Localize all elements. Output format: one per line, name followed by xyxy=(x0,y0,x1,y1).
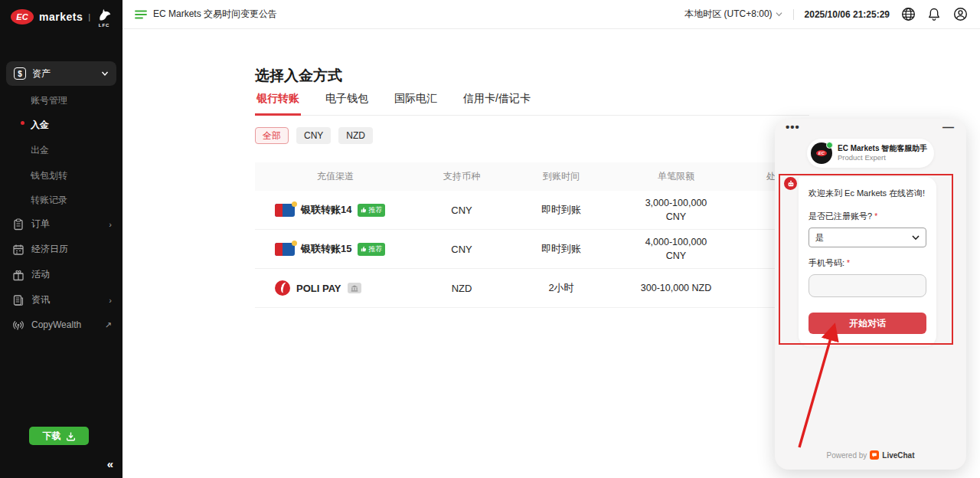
unionpay-card-icon xyxy=(275,243,295,256)
signal-icon xyxy=(12,319,24,331)
currency-filters: 全部 CNY NZD xyxy=(255,127,373,144)
row-arrival: 即时到账 xyxy=(508,203,615,217)
sidebar-item-transfer-records[interactable]: 转账记录 xyxy=(31,194,67,207)
sidebar-item-deposit[interactable]: 入金 xyxy=(31,119,49,132)
row-limit: 3,000-100,000CNY xyxy=(615,196,737,224)
agent-avatar: EC xyxy=(811,142,832,164)
row-arrival: 即时到账 xyxy=(508,242,615,256)
ec-logo-icon: EC xyxy=(11,9,34,25)
sidebar: EC markets | LFC $ 资产 账号管理 入金 出金 钱包划转 转账… xyxy=(0,0,122,478)
sidebar-item-economic-calendar[interactable]: 经济日历 xyxy=(12,243,112,256)
lfc-label: LFC xyxy=(99,23,110,28)
activities-label: 活动 xyxy=(31,268,112,281)
news-label: 资讯 xyxy=(31,293,102,306)
chat-menu-button[interactable]: ••• xyxy=(786,120,800,133)
channel-name: 银联转账14 xyxy=(301,203,351,217)
bot-avatar xyxy=(784,177,797,190)
language-globe-icon[interactable] xyxy=(900,7,916,22)
powered-by[interactable]: Powered by LiveChat xyxy=(775,450,966,460)
sidebar-item-orders[interactable]: 订单 › xyxy=(12,218,112,231)
agent-name: EC Markets 智能客服助手 xyxy=(838,143,927,153)
registered-question-label: 是否已注册账号?* xyxy=(808,211,926,222)
row-currency: CNY xyxy=(416,244,508,255)
registered-select[interactable]: 是 xyxy=(808,228,926,247)
sidebar-item-news[interactable]: 资讯 › xyxy=(12,293,112,306)
livechat-widget: ••• — EC EC Markets 智能客服助手 Product Exper… xyxy=(775,119,966,470)
external-link-icon: ↗ xyxy=(105,320,112,330)
col-header-channel: 充值渠道 xyxy=(255,170,416,183)
chat-minimize-button[interactable]: — xyxy=(942,120,954,133)
download-label: 下载 xyxy=(43,430,61,443)
sidebar-item-activities[interactable]: 活动 xyxy=(12,268,112,281)
tab-bank-transfer[interactable]: 银行转账 xyxy=(255,92,301,115)
topbar: EC Markets 交易时间变更公告 本地时区 (UTC+8:00) 2025… xyxy=(122,0,980,29)
robot-icon xyxy=(787,180,795,188)
page-title: 选择入金方式 xyxy=(255,66,342,86)
assets-label: 资产 xyxy=(32,67,95,80)
gift-icon xyxy=(12,269,24,281)
prechat-form: 欢迎来到 Ec Markets 在线咨询! 是否已注册账号?* 是 手机号码:*… xyxy=(799,177,936,346)
sidebar-item-account-management[interactable]: 账号管理 xyxy=(31,94,67,107)
bank-badge xyxy=(348,283,361,293)
topbar-divider xyxy=(793,9,794,20)
account-icon[interactable] xyxy=(952,7,968,22)
notifications-bell-icon[interactable] xyxy=(926,7,942,22)
download-button[interactable]: 下载 xyxy=(29,427,89,445)
start-chat-button[interactable]: 开始对话 xyxy=(808,313,926,334)
copywealth-label: CopyWealth xyxy=(31,319,98,330)
lfc-bird-icon: LFC xyxy=(96,6,113,28)
chevron-down-icon xyxy=(101,70,109,77)
row-limit: 4,000-100,000CNY xyxy=(615,235,737,263)
economic-calendar-label: 经济日历 xyxy=(31,243,112,256)
filter-nzd[interactable]: NZD xyxy=(338,127,373,144)
brand-logo: EC markets | LFC xyxy=(11,6,113,28)
livechat-label: LiveChat xyxy=(882,451,914,460)
filter-all[interactable]: 全部 xyxy=(255,127,289,144)
sidebar-item-wallet-transfer[interactable]: 钱包划转 xyxy=(31,169,67,182)
chevron-down-icon xyxy=(776,11,782,17)
clipboard-icon xyxy=(12,218,24,231)
thumbs-up-icon xyxy=(361,207,367,213)
agent-role: Product Expert xyxy=(838,153,927,162)
tab-e-wallet[interactable]: 电子钱包 xyxy=(324,92,370,115)
datetime-display: 2025/10/06 21:25:29 xyxy=(805,9,890,20)
chevron-right-icon: › xyxy=(109,296,112,305)
col-header-currency: 支持币种 xyxy=(416,170,508,183)
bank-icon xyxy=(351,285,358,292)
row-currency: NZD xyxy=(416,283,508,294)
online-status-dot xyxy=(826,142,833,149)
row-currency: CNY xyxy=(416,205,508,216)
col-header-limit: 单笔限额 xyxy=(615,170,737,183)
registered-selected-value: 是 xyxy=(815,232,912,244)
sidebar-item-copywealth[interactable]: CopyWealth ↗ xyxy=(12,319,112,331)
calendar-icon xyxy=(12,244,24,256)
announcement-link[interactable]: EC Markets 交易时间变更公告 xyxy=(135,8,277,21)
required-asterisk: * xyxy=(847,259,850,267)
row-arrival: 2小时 xyxy=(508,281,615,295)
phone-label: 手机号码:* xyxy=(808,257,926,269)
announcement-text: EC Markets 交易时间变更公告 xyxy=(153,8,277,21)
sidebar-section-assets[interactable]: $ 资产 xyxy=(6,61,116,86)
news-icon xyxy=(12,294,24,306)
agent-header: EC EC Markets 智能客服助手 Product Expert xyxy=(807,139,934,168)
timezone-selector[interactable]: 本地时区 (UTC+8:00) xyxy=(684,8,782,21)
chevron-right-icon: › xyxy=(109,220,112,229)
logo-divider: | xyxy=(88,12,90,21)
livechat-icon xyxy=(870,450,879,460)
sidebar-item-withdraw[interactable]: 出金 xyxy=(31,144,49,157)
col-header-arrival: 到账时间 xyxy=(508,170,615,183)
welcome-message: 欢迎来到 Ec Markets 在线咨询! xyxy=(808,188,926,199)
assets-icon: $ xyxy=(14,67,26,80)
tab-credit-debit-card[interactable]: 信用卡/借记卡 xyxy=(462,92,532,115)
row-limit: 300-10,000 NZD xyxy=(615,281,737,295)
sidebar-collapse-button[interactable]: « xyxy=(107,457,113,470)
phone-input[interactable] xyxy=(808,274,926,297)
required-asterisk: * xyxy=(874,212,877,221)
active-indicator-dot xyxy=(21,121,24,125)
tab-international-wire[interactable]: 国际电汇 xyxy=(393,92,439,115)
download-icon xyxy=(66,431,76,441)
channel-name: POLI PAY xyxy=(296,283,341,294)
channel-name: 银联转账15 xyxy=(301,242,351,256)
filter-cny[interactable]: CNY xyxy=(296,127,331,144)
timezone-label: 本地时区 (UTC+8:00) xyxy=(684,8,772,21)
